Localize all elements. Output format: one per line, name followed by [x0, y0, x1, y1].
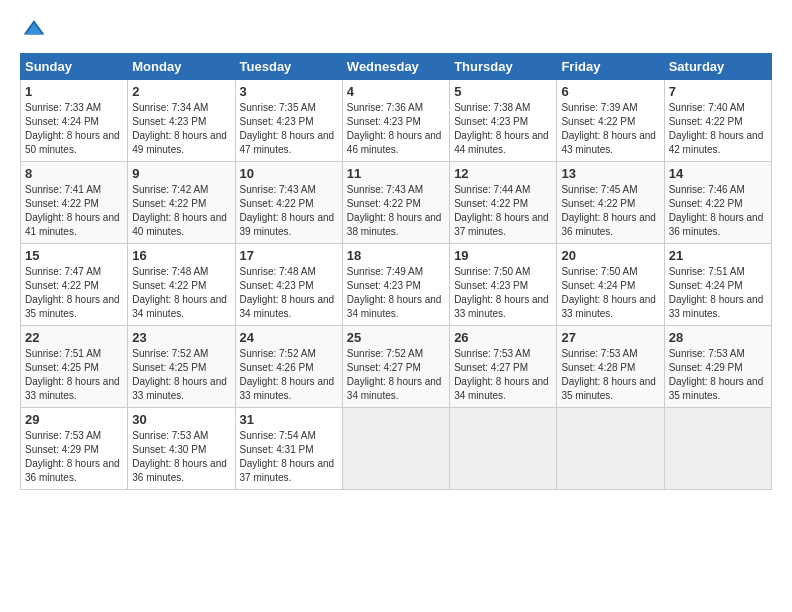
day-info: Sunrise: 7:43 AMSunset: 4:22 PMDaylight:…: [240, 183, 338, 239]
day-info: Sunrise: 7:42 AMSunset: 4:22 PMDaylight:…: [132, 183, 230, 239]
day-cell: 24Sunrise: 7:52 AMSunset: 4:26 PMDayligh…: [235, 326, 342, 408]
day-cell: 14Sunrise: 7:46 AMSunset: 4:22 PMDayligh…: [664, 162, 771, 244]
day-cell: 16Sunrise: 7:48 AMSunset: 4:22 PMDayligh…: [128, 244, 235, 326]
day-cell: [557, 408, 664, 490]
day-number: 30: [132, 412, 230, 427]
day-cell: 20Sunrise: 7:50 AMSunset: 4:24 PMDayligh…: [557, 244, 664, 326]
day-cell: 1Sunrise: 7:33 AMSunset: 4:24 PMDaylight…: [21, 80, 128, 162]
day-info: Sunrise: 7:54 AMSunset: 4:31 PMDaylight:…: [240, 429, 338, 485]
day-number: 1: [25, 84, 123, 99]
day-cell: 29Sunrise: 7:53 AMSunset: 4:29 PMDayligh…: [21, 408, 128, 490]
day-cell: 13Sunrise: 7:45 AMSunset: 4:22 PMDayligh…: [557, 162, 664, 244]
col-header-tuesday: Tuesday: [235, 54, 342, 80]
col-header-friday: Friday: [557, 54, 664, 80]
day-cell: 25Sunrise: 7:52 AMSunset: 4:27 PMDayligh…: [342, 326, 449, 408]
day-cell: 31Sunrise: 7:54 AMSunset: 4:31 PMDayligh…: [235, 408, 342, 490]
week-row-1: 1Sunrise: 7:33 AMSunset: 4:24 PMDaylight…: [21, 80, 772, 162]
day-info: Sunrise: 7:51 AMSunset: 4:24 PMDaylight:…: [669, 265, 767, 321]
day-cell: 23Sunrise: 7:52 AMSunset: 4:25 PMDayligh…: [128, 326, 235, 408]
day-cell: 9Sunrise: 7:42 AMSunset: 4:22 PMDaylight…: [128, 162, 235, 244]
day-info: Sunrise: 7:47 AMSunset: 4:22 PMDaylight:…: [25, 265, 123, 321]
logo: [20, 16, 46, 45]
day-info: Sunrise: 7:52 AMSunset: 4:25 PMDaylight:…: [132, 347, 230, 403]
day-info: Sunrise: 7:44 AMSunset: 4:22 PMDaylight:…: [454, 183, 552, 239]
day-info: Sunrise: 7:53 AMSunset: 4:29 PMDaylight:…: [669, 347, 767, 403]
col-header-saturday: Saturday: [664, 54, 771, 80]
day-info: Sunrise: 7:36 AMSunset: 4:23 PMDaylight:…: [347, 101, 445, 157]
day-number: 5: [454, 84, 552, 99]
day-cell: 3Sunrise: 7:35 AMSunset: 4:23 PMDaylight…: [235, 80, 342, 162]
day-info: Sunrise: 7:50 AMSunset: 4:24 PMDaylight:…: [561, 265, 659, 321]
col-header-thursday: Thursday: [450, 54, 557, 80]
day-info: Sunrise: 7:38 AMSunset: 4:23 PMDaylight:…: [454, 101, 552, 157]
day-number: 26: [454, 330, 552, 345]
day-cell: 22Sunrise: 7:51 AMSunset: 4:25 PMDayligh…: [21, 326, 128, 408]
day-cell: 11Sunrise: 7:43 AMSunset: 4:22 PMDayligh…: [342, 162, 449, 244]
header-row: SundayMondayTuesdayWednesdayThursdayFrid…: [21, 54, 772, 80]
week-row-4: 22Sunrise: 7:51 AMSunset: 4:25 PMDayligh…: [21, 326, 772, 408]
day-number: 9: [132, 166, 230, 181]
day-cell: 10Sunrise: 7:43 AMSunset: 4:22 PMDayligh…: [235, 162, 342, 244]
calendar-table: SundayMondayTuesdayWednesdayThursdayFrid…: [20, 53, 772, 490]
day-number: 16: [132, 248, 230, 263]
day-info: Sunrise: 7:35 AMSunset: 4:23 PMDaylight:…: [240, 101, 338, 157]
day-number: 12: [454, 166, 552, 181]
day-info: Sunrise: 7:43 AMSunset: 4:22 PMDaylight:…: [347, 183, 445, 239]
day-info: Sunrise: 7:52 AMSunset: 4:26 PMDaylight:…: [240, 347, 338, 403]
day-cell: 18Sunrise: 7:49 AMSunset: 4:23 PMDayligh…: [342, 244, 449, 326]
day-info: Sunrise: 7:50 AMSunset: 4:23 PMDaylight:…: [454, 265, 552, 321]
day-cell: 21Sunrise: 7:51 AMSunset: 4:24 PMDayligh…: [664, 244, 771, 326]
day-cell: 12Sunrise: 7:44 AMSunset: 4:22 PMDayligh…: [450, 162, 557, 244]
week-row-2: 8Sunrise: 7:41 AMSunset: 4:22 PMDaylight…: [21, 162, 772, 244]
day-info: Sunrise: 7:39 AMSunset: 4:22 PMDaylight:…: [561, 101, 659, 157]
day-cell: 19Sunrise: 7:50 AMSunset: 4:23 PMDayligh…: [450, 244, 557, 326]
day-info: Sunrise: 7:46 AMSunset: 4:22 PMDaylight:…: [669, 183, 767, 239]
day-number: 25: [347, 330, 445, 345]
day-info: Sunrise: 7:48 AMSunset: 4:23 PMDaylight:…: [240, 265, 338, 321]
day-number: 20: [561, 248, 659, 263]
day-cell: 28Sunrise: 7:53 AMSunset: 4:29 PMDayligh…: [664, 326, 771, 408]
day-info: Sunrise: 7:49 AMSunset: 4:23 PMDaylight:…: [347, 265, 445, 321]
day-number: 31: [240, 412, 338, 427]
day-info: Sunrise: 7:33 AMSunset: 4:24 PMDaylight:…: [25, 101, 123, 157]
day-number: 17: [240, 248, 338, 263]
day-info: Sunrise: 7:41 AMSunset: 4:22 PMDaylight:…: [25, 183, 123, 239]
day-cell: [450, 408, 557, 490]
day-number: 15: [25, 248, 123, 263]
day-cell: 30Sunrise: 7:53 AMSunset: 4:30 PMDayligh…: [128, 408, 235, 490]
col-header-monday: Monday: [128, 54, 235, 80]
week-row-3: 15Sunrise: 7:47 AMSunset: 4:22 PMDayligh…: [21, 244, 772, 326]
day-number: 6: [561, 84, 659, 99]
day-info: Sunrise: 7:48 AMSunset: 4:22 PMDaylight:…: [132, 265, 230, 321]
day-number: 23: [132, 330, 230, 345]
day-info: Sunrise: 7:53 AMSunset: 4:29 PMDaylight:…: [25, 429, 123, 485]
day-number: 10: [240, 166, 338, 181]
day-number: 28: [669, 330, 767, 345]
day-number: 3: [240, 84, 338, 99]
logo-icon: [22, 16, 46, 40]
day-number: 4: [347, 84, 445, 99]
day-cell: [664, 408, 771, 490]
day-number: 14: [669, 166, 767, 181]
day-cell: 26Sunrise: 7:53 AMSunset: 4:27 PMDayligh…: [450, 326, 557, 408]
day-number: 19: [454, 248, 552, 263]
col-header-wednesday: Wednesday: [342, 54, 449, 80]
day-cell: 4Sunrise: 7:36 AMSunset: 4:23 PMDaylight…: [342, 80, 449, 162]
week-row-5: 29Sunrise: 7:53 AMSunset: 4:29 PMDayligh…: [21, 408, 772, 490]
day-cell: 15Sunrise: 7:47 AMSunset: 4:22 PMDayligh…: [21, 244, 128, 326]
day-number: 21: [669, 248, 767, 263]
header: [20, 16, 772, 45]
day-cell: [342, 408, 449, 490]
day-number: 22: [25, 330, 123, 345]
day-number: 8: [25, 166, 123, 181]
day-number: 29: [25, 412, 123, 427]
day-number: 24: [240, 330, 338, 345]
day-cell: 5Sunrise: 7:38 AMSunset: 4:23 PMDaylight…: [450, 80, 557, 162]
day-info: Sunrise: 7:53 AMSunset: 4:28 PMDaylight:…: [561, 347, 659, 403]
day-cell: 27Sunrise: 7:53 AMSunset: 4:28 PMDayligh…: [557, 326, 664, 408]
day-cell: 17Sunrise: 7:48 AMSunset: 4:23 PMDayligh…: [235, 244, 342, 326]
day-cell: 8Sunrise: 7:41 AMSunset: 4:22 PMDaylight…: [21, 162, 128, 244]
day-number: 27: [561, 330, 659, 345]
day-number: 11: [347, 166, 445, 181]
day-info: Sunrise: 7:40 AMSunset: 4:22 PMDaylight:…: [669, 101, 767, 157]
